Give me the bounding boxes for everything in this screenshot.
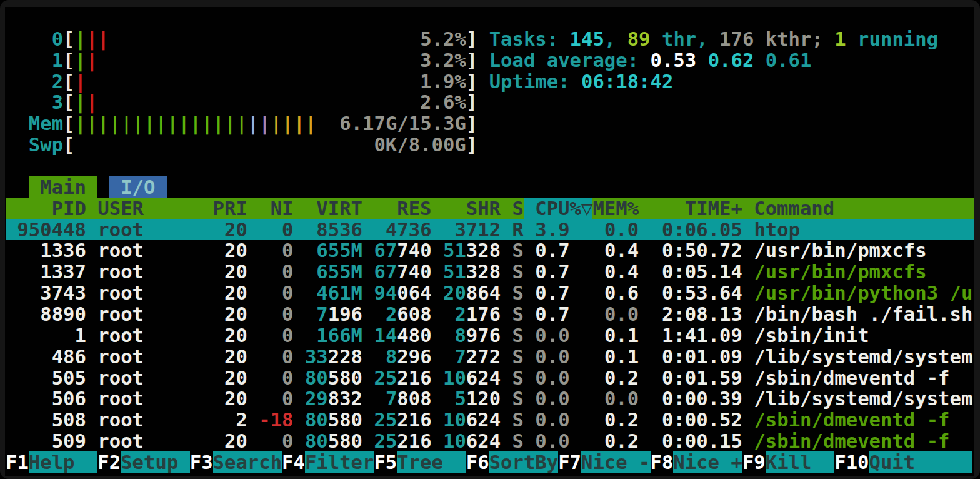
- cpu3-meter: 3[|| 2.6%]: [6, 92, 974, 113]
- process-row-1336[interactable]: 1336 root 20 0 655M 67740 51328 S 0.7 0.…: [6, 240, 974, 261]
- meter-fill: [75, 134, 374, 156]
- gap: [742, 261, 754, 283]
- tab-io[interactable]: I/O: [109, 176, 167, 198]
- table-header[interactable]: PID USER PRI NI VIRT RES SHR S CPU%▽MEM%…: [6, 198, 974, 219]
- gap: [501, 346, 512, 368]
- process-row-1337[interactable]: 1337 root 20 0 655M 67740 51328 S 0.7 0.…: [6, 261, 974, 283]
- meter-close-bracket: ]: [466, 91, 478, 113]
- process-row-8890[interactable]: 8890 root 20 0 7196 2608 2176 S 0.7 0.0 …: [6, 304, 974, 325]
- nice-cell: 0: [248, 239, 294, 261]
- table-header-columns[interactable]: MEM% TIME+ Command: [592, 198, 834, 219]
- process-row-509[interactable]: 509 root 20 0 80580 25216 10624 S 0.0 0.…: [6, 431, 974, 452]
- process-row-3743[interactable]: 3743 root 20 0 461M 94064 20864 S 0.7 0.…: [6, 283, 974, 304]
- process-row-1[interactable]: 1 root 20 0 166M 14480 8976 S 0.0 0.1 1:…: [6, 325, 974, 346]
- mem-pct-cell: 0.2: [592, 409, 639, 431]
- htop-screen: 0[||| 5.2%] Tasks: 145, 89 thr, 176 kthr…: [5, 7, 974, 476]
- fn-f3-search-key[interactable]: F3: [190, 451, 213, 473]
- value-segment: 8: [454, 325, 466, 346]
- field-pad: [294, 282, 317, 304]
- pid-cell: 3743: [6, 282, 98, 304]
- process-row-508[interactable]: 508 root 2 -18 80580 25216 10624 S 0.0 0…: [6, 410, 974, 431]
- user-cell: root: [98, 367, 212, 389]
- fn-f9-kill[interactable]: Kill: [766, 451, 835, 473]
- tab-main[interactable]: Main: [29, 176, 98, 198]
- field-pad: [432, 430, 443, 452]
- command-cell: /usr/bin/python3 /u: [754, 282, 972, 304]
- meter-close-bracket: ]: [466, 134, 478, 156]
- fn-f8-nice[interactable]: Nice +: [673, 451, 742, 473]
- fn-f1-help[interactable]: Help: [29, 451, 98, 473]
- state-cell: S: [512, 261, 524, 283]
- fn-f8-nice-key[interactable]: F8: [651, 451, 674, 473]
- nice-cell: -18: [248, 409, 294, 431]
- fn-f10-quit[interactable]: Quit: [869, 451, 939, 473]
- user-cell: root: [98, 239, 212, 261]
- field-pad: [294, 303, 317, 325]
- fn-f6-sortby[interactable]: SortBy: [489, 451, 559, 473]
- value-segment: 67: [374, 261, 397, 283]
- time-cell: 0:50.72: [639, 239, 742, 261]
- field-pad: [294, 261, 317, 283]
- meter-bar-yellow: ||||: [271, 113, 317, 134]
- meter-close-bracket: ]: [466, 113, 478, 134]
- cpu-pct-cell: 0.7: [524, 303, 570, 325]
- value-segment: 20: [443, 282, 466, 304]
- fn-f4-filter[interactable]: Filter: [305, 451, 374, 473]
- value-segment: 7: [316, 303, 328, 325]
- user-cell: root: [98, 388, 212, 410]
- process-row-486[interactable]: 486 root 20 0 33228 8296 7272 S 0.0 0.1 …: [6, 346, 974, 368]
- sort-column-cpu[interactable]: CPU%▽: [524, 198, 593, 219]
- state-cell: S: [512, 325, 524, 346]
- meter-bar-red: |: [86, 49, 98, 71]
- fn-f2-setup-key[interactable]: F2: [98, 451, 121, 473]
- fn-f5-tree[interactable]: Tree: [397, 451, 466, 473]
- value-segment: 064: [397, 282, 431, 304]
- value-segment: 216: [397, 367, 431, 389]
- value-segment: 655M: [316, 261, 362, 283]
- time-cell: 0:05.14: [639, 261, 742, 283]
- fn-f10-quit-key[interactable]: F10: [834, 451, 869, 473]
- value-segment: 580: [328, 367, 362, 389]
- gap: [501, 261, 512, 283]
- process-row-506[interactable]: 506 root 20 0 29832 7808 5120 S 0.0 0.0 …: [6, 388, 974, 410]
- command-cell: /usr/bin/pmxcfs: [754, 261, 926, 283]
- gap: [6, 176, 29, 198]
- fn-f1-help-key[interactable]: F1: [6, 451, 29, 473]
- value-segment: 10: [443, 430, 466, 452]
- fn-f4-filter-key[interactable]: F4: [282, 451, 305, 473]
- fn-f3-search[interactable]: Search: [213, 451, 282, 473]
- fn-f2-setup[interactable]: Setup: [121, 451, 190, 473]
- nice-cell: 0: [248, 219, 294, 241]
- fn-f7-nice-key[interactable]: F7: [558, 451, 581, 473]
- fn-f9-kill-key[interactable]: F9: [742, 451, 766, 473]
- pri-cell: 2: [213, 409, 248, 431]
- gap: [501, 430, 512, 452]
- mem-pct-cell: 0.2: [592, 430, 639, 452]
- meter-fill: [98, 49, 420, 71]
- cpu2-meter: 2[| 1.9%] Uptime: 06:18:42: [6, 71, 974, 93]
- value-segment: 51: [443, 239, 466, 261]
- gap: [742, 430, 754, 452]
- process-row-505[interactable]: 505 root 20 0 80580 25216 10624 S 0.0 0.…: [6, 368, 974, 389]
- fn-f7-nice[interactable]: Nice -: [581, 451, 651, 473]
- table-header-columns[interactable]: PID USER PRI NI VIRT RES SHR S: [6, 198, 524, 219]
- fn-f5-tree-key[interactable]: F5: [374, 451, 397, 473]
- field-pad: [432, 388, 455, 410]
- blank: [6, 7, 17, 29]
- process-row-950448[interactable]: 950448 root 20 0 8536 4736 3712 R 3.9 0.…: [6, 219, 974, 241]
- user-cell: root: [98, 261, 212, 283]
- field-pad: [432, 303, 455, 325]
- gap: [478, 28, 489, 50]
- nice-cell: 0: [248, 346, 294, 368]
- user-cell: root: [98, 303, 212, 325]
- gap: [742, 219, 754, 241]
- value-segment: 328: [466, 239, 501, 261]
- gap: [570, 325, 593, 346]
- meter-open-bracket: [: [63, 49, 74, 71]
- gap: [501, 325, 512, 346]
- value-segment: 7: [386, 388, 397, 410]
- value-segment: 2: [454, 303, 466, 325]
- fn-f6-sortby-key[interactable]: F6: [466, 451, 489, 473]
- gap: [570, 303, 593, 325]
- mem-pct-cell: 0.0: [592, 303, 639, 325]
